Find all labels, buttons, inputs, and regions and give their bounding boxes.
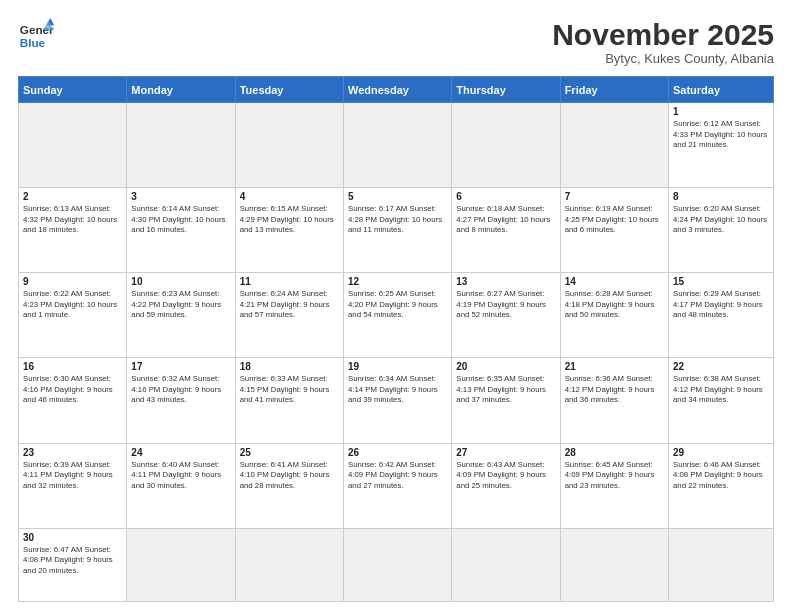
day-number: 9 (23, 276, 122, 287)
day-info: Sunrise: 6:30 AM Sunset: 4:16 PM Dayligh… (23, 374, 122, 406)
calendar-cell (452, 103, 560, 188)
day-info: Sunrise: 6:41 AM Sunset: 4:10 PM Dayligh… (240, 460, 339, 492)
calendar-cell: 9Sunrise: 6:22 AM Sunset: 4:23 PM Daylig… (19, 273, 127, 358)
day-number: 7 (565, 191, 664, 202)
day-number: 26 (348, 447, 447, 458)
day-number: 22 (673, 361, 769, 372)
day-number: 18 (240, 361, 339, 372)
day-number: 11 (240, 276, 339, 287)
day-number: 14 (565, 276, 664, 287)
calendar-cell (127, 103, 235, 188)
calendar-cell: 29Sunrise: 6:46 AM Sunset: 4:08 PM Dayli… (669, 443, 774, 528)
day-number: 3 (131, 191, 230, 202)
logo-icon: General Blue (18, 18, 54, 54)
day-number: 16 (23, 361, 122, 372)
title-block: November 2025 Bytyc, Kukes County, Alban… (552, 18, 774, 66)
calendar-cell: 6Sunrise: 6:18 AM Sunset: 4:27 PM Daylig… (452, 188, 560, 273)
calendar-cell: 5Sunrise: 6:17 AM Sunset: 4:28 PM Daylig… (343, 188, 451, 273)
calendar-cell (127, 528, 235, 601)
day-info: Sunrise: 6:38 AM Sunset: 4:12 PM Dayligh… (673, 374, 769, 406)
day-number: 28 (565, 447, 664, 458)
day-info: Sunrise: 6:39 AM Sunset: 4:11 PM Dayligh… (23, 460, 122, 492)
day-number: 21 (565, 361, 664, 372)
col-header-wednesday: Wednesday (343, 77, 451, 103)
day-info: Sunrise: 6:45 AM Sunset: 4:09 PM Dayligh… (565, 460, 664, 492)
day-info: Sunrise: 6:27 AM Sunset: 4:19 PM Dayligh… (456, 289, 555, 321)
calendar-cell: 13Sunrise: 6:27 AM Sunset: 4:19 PM Dayli… (452, 273, 560, 358)
day-number: 1 (673, 106, 769, 117)
calendar-cell (343, 103, 451, 188)
calendar-cell: 30Sunrise: 6:47 AM Sunset: 4:08 PM Dayli… (19, 528, 127, 601)
col-header-saturday: Saturday (669, 77, 774, 103)
day-info: Sunrise: 6:42 AM Sunset: 4:09 PM Dayligh… (348, 460, 447, 492)
calendar-cell: 24Sunrise: 6:40 AM Sunset: 4:11 PM Dayli… (127, 443, 235, 528)
day-info: Sunrise: 6:40 AM Sunset: 4:11 PM Dayligh… (131, 460, 230, 492)
day-number: 12 (348, 276, 447, 287)
calendar-cell: 26Sunrise: 6:42 AM Sunset: 4:09 PM Dayli… (343, 443, 451, 528)
day-info: Sunrise: 6:32 AM Sunset: 4:16 PM Dayligh… (131, 374, 230, 406)
week-row-2: 9Sunrise: 6:22 AM Sunset: 4:23 PM Daylig… (19, 273, 774, 358)
day-number: 24 (131, 447, 230, 458)
day-number: 2 (23, 191, 122, 202)
day-info: Sunrise: 6:17 AM Sunset: 4:28 PM Dayligh… (348, 204, 447, 236)
day-number: 6 (456, 191, 555, 202)
week-row-5: 30Sunrise: 6:47 AM Sunset: 4:08 PM Dayli… (19, 528, 774, 601)
week-row-4: 23Sunrise: 6:39 AM Sunset: 4:11 PM Dayli… (19, 443, 774, 528)
calendar-cell: 11Sunrise: 6:24 AM Sunset: 4:21 PM Dayli… (235, 273, 343, 358)
calendar-cell: 2Sunrise: 6:13 AM Sunset: 4:32 PM Daylig… (19, 188, 127, 273)
calendar-cell: 23Sunrise: 6:39 AM Sunset: 4:11 PM Dayli… (19, 443, 127, 528)
day-number: 19 (348, 361, 447, 372)
col-header-thursday: Thursday (452, 77, 560, 103)
day-info: Sunrise: 6:19 AM Sunset: 4:25 PM Dayligh… (565, 204, 664, 236)
day-info: Sunrise: 6:34 AM Sunset: 4:14 PM Dayligh… (348, 374, 447, 406)
header: General Blue November 2025 Bytyc, Kukes … (18, 18, 774, 66)
day-number: 15 (673, 276, 769, 287)
calendar-cell (343, 528, 451, 601)
calendar-cell: 4Sunrise: 6:15 AM Sunset: 4:29 PM Daylig… (235, 188, 343, 273)
col-header-friday: Friday (560, 77, 668, 103)
day-info: Sunrise: 6:43 AM Sunset: 4:09 PM Dayligh… (456, 460, 555, 492)
calendar-cell: 16Sunrise: 6:30 AM Sunset: 4:16 PM Dayli… (19, 358, 127, 443)
calendar-cell: 1Sunrise: 6:12 AM Sunset: 4:33 PM Daylig… (669, 103, 774, 188)
col-header-sunday: Sunday (19, 77, 127, 103)
calendar-cell (560, 103, 668, 188)
calendar-cell (19, 103, 127, 188)
day-info: Sunrise: 6:47 AM Sunset: 4:08 PM Dayligh… (23, 545, 122, 577)
calendar-cell: 27Sunrise: 6:43 AM Sunset: 4:09 PM Dayli… (452, 443, 560, 528)
day-number: 13 (456, 276, 555, 287)
day-number: 8 (673, 191, 769, 202)
day-info: Sunrise: 6:15 AM Sunset: 4:29 PM Dayligh… (240, 204, 339, 236)
calendar-cell: 12Sunrise: 6:25 AM Sunset: 4:20 PM Dayli… (343, 273, 451, 358)
calendar-cell (235, 103, 343, 188)
day-number: 10 (131, 276, 230, 287)
day-number: 27 (456, 447, 555, 458)
day-info: Sunrise: 6:35 AM Sunset: 4:13 PM Dayligh… (456, 374, 555, 406)
calendar-cell: 21Sunrise: 6:36 AM Sunset: 4:12 PM Dayli… (560, 358, 668, 443)
day-info: Sunrise: 6:12 AM Sunset: 4:33 PM Dayligh… (673, 119, 769, 151)
day-info: Sunrise: 6:13 AM Sunset: 4:32 PM Dayligh… (23, 204, 122, 236)
week-row-3: 16Sunrise: 6:30 AM Sunset: 4:16 PM Dayli… (19, 358, 774, 443)
day-number: 25 (240, 447, 339, 458)
calendar-cell: 18Sunrise: 6:33 AM Sunset: 4:15 PM Dayli… (235, 358, 343, 443)
calendar-cell: 20Sunrise: 6:35 AM Sunset: 4:13 PM Dayli… (452, 358, 560, 443)
day-info: Sunrise: 6:29 AM Sunset: 4:17 PM Dayligh… (673, 289, 769, 321)
day-info: Sunrise: 6:36 AM Sunset: 4:12 PM Dayligh… (565, 374, 664, 406)
calendar-cell: 17Sunrise: 6:32 AM Sunset: 4:16 PM Dayli… (127, 358, 235, 443)
col-header-tuesday: Tuesday (235, 77, 343, 103)
day-number: 20 (456, 361, 555, 372)
day-number: 23 (23, 447, 122, 458)
calendar-cell: 7Sunrise: 6:19 AM Sunset: 4:25 PM Daylig… (560, 188, 668, 273)
day-number: 29 (673, 447, 769, 458)
day-info: Sunrise: 6:20 AM Sunset: 4:24 PM Dayligh… (673, 204, 769, 236)
day-number: 4 (240, 191, 339, 202)
location: Bytyc, Kukes County, Albania (552, 51, 774, 66)
month-title: November 2025 (552, 18, 774, 51)
calendar-page: General Blue November 2025 Bytyc, Kukes … (0, 0, 792, 612)
calendar-header-row: SundayMondayTuesdayWednesdayThursdayFrid… (19, 77, 774, 103)
day-number: 5 (348, 191, 447, 202)
day-number: 17 (131, 361, 230, 372)
calendar-cell: 19Sunrise: 6:34 AM Sunset: 4:14 PM Dayli… (343, 358, 451, 443)
calendar-cell: 15Sunrise: 6:29 AM Sunset: 4:17 PM Dayli… (669, 273, 774, 358)
day-info: Sunrise: 6:23 AM Sunset: 4:22 PM Dayligh… (131, 289, 230, 321)
week-row-0: 1Sunrise: 6:12 AM Sunset: 4:33 PM Daylig… (19, 103, 774, 188)
